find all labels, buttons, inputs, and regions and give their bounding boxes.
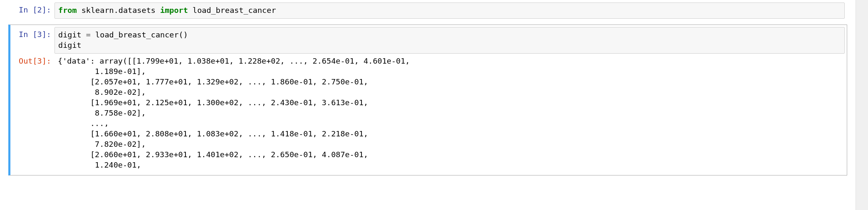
notebook-container: In [2]: from sklearn.datasets import loa… (0, 0, 868, 210)
code-input[interactable]: digit = load_breast_cancer() digit (54, 27, 845, 54)
code-cell[interactable]: In [2]: from sklearn.datasets import loa… (8, 0, 847, 21)
cell-output-row: Out[3]: {'data': array([[1.799e+01, 1.03… (11, 54, 845, 173)
cell-input-row: In [2]: from sklearn.datasets import loa… (11, 2, 845, 19)
operator-equals: = (86, 30, 91, 39)
code-text: load_breast_cancer() (91, 30, 188, 39)
code-input[interactable]: from sklearn.datasets import load_breast… (54, 2, 845, 19)
output-prompt: Out[3]: (11, 54, 54, 69)
keyword-from: from (58, 6, 77, 15)
code-cell-selected[interactable]: In [3]: digit = load_breast_cancer() dig… (8, 25, 847, 175)
cell-input-row: In [3]: digit = load_breast_cancer() dig… (11, 27, 845, 54)
code-text: digit (58, 41, 82, 49)
output-text: {'data': array([[1.799e+01, 1.038e+01, 1… (54, 54, 845, 173)
input-prompt: In [3]: (11, 27, 54, 42)
import-name: load_breast_cancer (193, 6, 276, 15)
main-area: In [2]: from sklearn.datasets import loa… (0, 0, 856, 210)
right-gutter (856, 0, 868, 210)
keyword-import: import (160, 6, 188, 15)
module-name: sklearn.datasets (82, 6, 156, 15)
code-text: digit (58, 30, 86, 39)
input-prompt: In [2]: (11, 2, 54, 18)
